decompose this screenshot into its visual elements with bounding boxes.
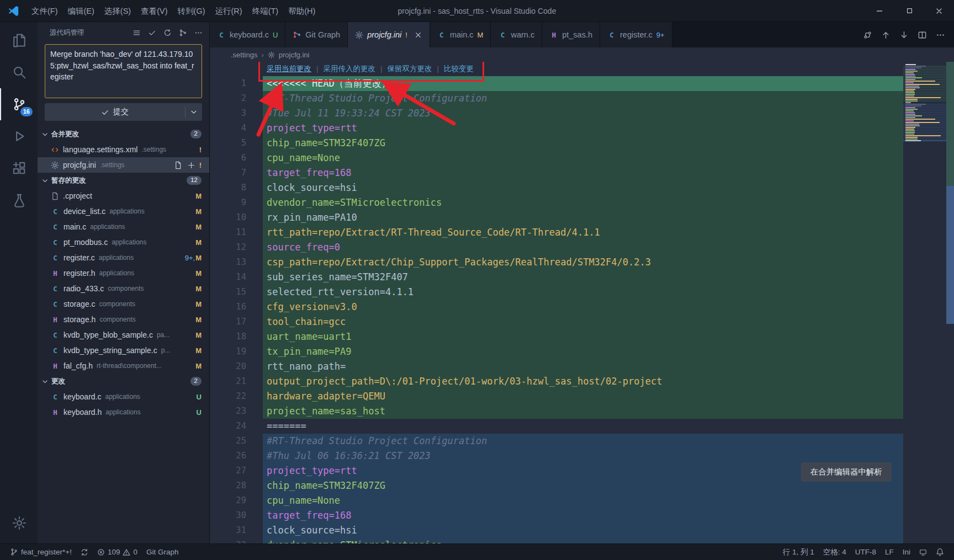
scm-row-fal_cfg.h[interactable]: Hfal_cfg.hrt-thread\component...M [38, 358, 209, 374]
code-line-24: 24======= [210, 419, 954, 434]
file-name: kvdb_type_blob_sample.c [63, 330, 153, 339]
git-graph-view-button[interactable] [179, 29, 187, 37]
activity-testing[interactable] [0, 184, 38, 216]
tab-main.c[interactable]: Cmain.cM [430, 22, 491, 47]
menu-edit[interactable]: 编辑(E) [63, 0, 99, 22]
activity-extensions[interactable] [0, 152, 38, 184]
scm-row-keyboard.h[interactable]: Hkeyboard.happlicationsU [38, 404, 209, 420]
close-button[interactable] [924, 0, 954, 22]
file-folder: applications [99, 254, 181, 262]
indentation-setting[interactable]: 空格: 4 [819, 544, 851, 560]
eol-setting[interactable]: LF [881, 544, 898, 560]
minimap-line [903, 130, 946, 131]
refresh-button[interactable] [163, 29, 172, 37]
editor[interactable]: 采用当前更改|采用传入的更改|保留双方更改|比较变更 1<<<<<<< HEAD… [210, 62, 954, 543]
open-changes-button[interactable] [863, 30, 872, 40]
scm-row-register.c[interactable]: Cregister.capplications9+, M [38, 250, 209, 265]
problems-indicator[interactable]: 109 0 [93, 544, 142, 560]
activity-explorer[interactable] [0, 24, 38, 56]
previous-change-button[interactable] [881, 30, 891, 40]
minimap-line [903, 119, 946, 120]
ini-file-icon [51, 161, 59, 169]
editor-actions [854, 22, 954, 47]
tab-projcfg.ini[interactable]: projcfg.ini! [348, 22, 430, 47]
scm-row-device_list.c[interactable]: Cdevice_list.capplicationsM [38, 204, 209, 219]
tab-pt_sas.h[interactable]: Hpt_sas.h [542, 22, 600, 47]
breadcrumb-file[interactable]: projcfg.ini [279, 51, 310, 59]
scm-row-register.h[interactable]: Hregister.happlicationsM [38, 265, 209, 281]
scm-row-radio_433.c[interactable]: Cradio_433.ccomponentsM [38, 281, 209, 296]
branch-indicator[interactable]: feat_register*+! [6, 544, 76, 560]
commit-button[interactable]: 提交 [45, 103, 202, 121]
menu-run[interactable]: 运行(R) [210, 0, 247, 22]
activity-manage-settings[interactable] [0, 507, 38, 539]
more-actions-button[interactable] [194, 29, 203, 37]
merge-action-compare-changes[interactable]: 比较变更 [444, 65, 474, 73]
open-file-icon[interactable] [174, 161, 182, 169]
activity-source-control[interactable]: 16 [0, 88, 38, 120]
minimap-line [903, 82, 946, 83]
code-line-25: 25#RT-Thread Studio Project Configuratio… [210, 434, 954, 449]
merge-action-accept-incoming[interactable]: 采用传入的更改 [324, 65, 376, 73]
scm-row-language.settings.xml[interactable]: language.settings.xml.settings! [38, 142, 209, 157]
minimap-line [903, 138, 946, 140]
activity-search[interactable] [0, 56, 38, 88]
scm-section--[interactable]: 合并更改2 [38, 126, 209, 142]
menu-file[interactable]: 文件(F) [26, 0, 63, 22]
minimize-button[interactable] [865, 0, 894, 22]
remote-indicator-icon[interactable] [915, 544, 931, 560]
file-folder: components [99, 300, 192, 308]
scm-row-storage.c[interactable]: Cstorage.ccomponentsM [38, 296, 209, 312]
scm-row-storage.h[interactable]: Hstorage.hcomponentsM [38, 312, 209, 327]
scm-row-keyboard.c[interactable]: Ckeyboard.capplicationsU [38, 389, 209, 404]
menu-terminal[interactable]: 终端(T) [247, 0, 284, 22]
language-mode[interactable]: Ini [898, 544, 915, 560]
merge-action-accept-current[interactable]: 采用当前更改 [267, 65, 311, 73]
tab-warn.c[interactable]: Cwarn.c [491, 22, 542, 47]
more-editor-actions-button[interactable] [936, 30, 945, 40]
commit-message-input[interactable]: Merge branch 'hao_dev' of 121.43.179.105… [45, 44, 202, 98]
commit-dropdown-button[interactable] [186, 103, 202, 121]
activity-run-and-debug[interactable] [0, 120, 38, 152]
close-tab-button[interactable] [414, 31, 422, 39]
commit-button-main[interactable]: 提交 [45, 103, 185, 121]
maximize-button[interactable] [894, 0, 924, 22]
file-folder: pa... [157, 331, 192, 339]
tab-keyboard.c[interactable]: Ckeyboard.cU [210, 22, 285, 47]
git-graph-button[interactable]: Git Graph [142, 544, 183, 560]
commit-button[interactable] [148, 29, 156, 37]
scm-section--[interactable]: 更改2 [38, 374, 209, 389]
file-name: radio_433.c [63, 284, 104, 293]
notifications-bell-icon[interactable] [931, 544, 948, 560]
overview-ruler[interactable] [946, 62, 954, 543]
split-editor-button[interactable] [918, 30, 927, 40]
encoding-setting[interactable]: UTF-8 [851, 544, 881, 560]
menu-help[interactable]: 帮助(H) [283, 0, 320, 22]
scm-row-pt_modbus.c[interactable]: Cpt_modbus.capplicationsM [38, 234, 209, 250]
scm-section--[interactable]: 暂存的更改12 [38, 173, 209, 188]
scm-row-projcfg.ini[interactable]: projcfg.ini.settings! [38, 157, 209, 173]
git-status-letter: U [197, 393, 202, 401]
next-change-button[interactable] [899, 30, 909, 40]
scm-row-kvdb_type_blob_sample.c[interactable]: Ckvdb_type_blob_sample.cpa...M [38, 327, 209, 343]
scm-row-main.c[interactable]: Cmain.capplicationsM [38, 219, 209, 234]
code-line-6: 6cpu_name=None [210, 151, 954, 166]
code-line-32: 32dvendor_name=STMicroelectronics [210, 538, 954, 543]
breadcrumb-folder[interactable]: .settings [231, 51, 257, 59]
tab-register.c[interactable]: Cregister.c9+ [600, 22, 672, 47]
line-text: dvendor_name=STMicroelectronics [263, 195, 903, 210]
scm-row-kvdb_type_string_sample.c[interactable]: Ckvdb_type_string_sample.cp...M [38, 343, 209, 358]
menu-view[interactable]: 查看(V) [136, 0, 172, 22]
view-as-list-button[interactable] [132, 29, 141, 37]
scm-row-.cproject[interactable]: .cprojectM [38, 188, 209, 204]
merge-action-accept-both[interactable]: 保留双方更改 [388, 65, 432, 73]
tab-git-graph[interactable]: Git Graph [285, 22, 348, 47]
resolve-in-merge-editor-button[interactable]: 在合并编辑器中解析 [801, 462, 892, 482]
menu-goto[interactable]: 转到(G) [173, 0, 210, 22]
stage-file-icon[interactable] [187, 161, 195, 169]
menu-selection[interactable]: 选择(S) [99, 0, 136, 22]
breadcrumb-chevron-icon: › [261, 51, 263, 59]
minimap[interactable] [903, 64, 946, 543]
sync-changes-button[interactable] [76, 544, 93, 560]
cursor-position[interactable]: 行 1, 列 1 [778, 544, 819, 560]
